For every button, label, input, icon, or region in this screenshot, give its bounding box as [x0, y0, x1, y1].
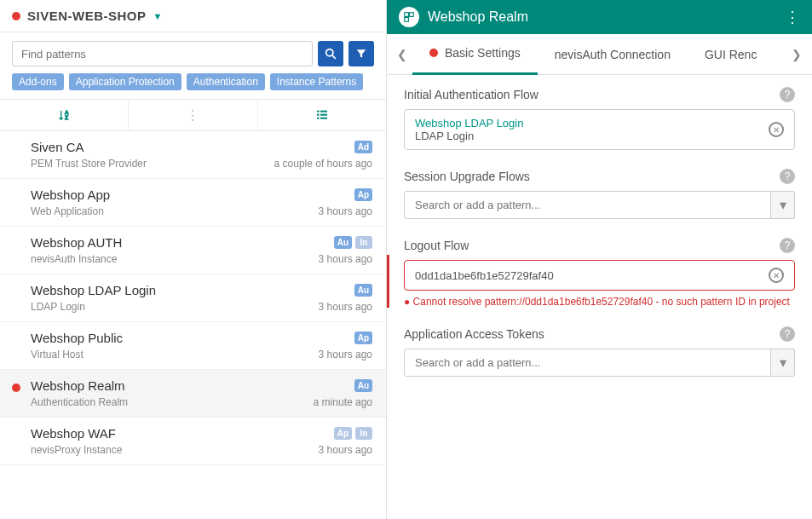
svg-point-0 — [326, 49, 333, 56]
detail-menu-button[interactable]: ⋮ — [785, 8, 800, 26]
session-upgrade-dropdown[interactable]: ▾ — [771, 191, 795, 219]
item-subtitle: Virtual Host — [31, 349, 84, 360]
section-label: Application Access Tokens — [404, 327, 544, 341]
filter-chips: Add-onsApplication ProtectionAuthenticat… — [0, 73, 386, 99]
more-button[interactable]: ⋮ — [128, 100, 256, 130]
tab-label: GUI Renc — [705, 48, 757, 61]
svg-text:A: A — [65, 110, 68, 115]
item-subtitle: Authentication Realm — [31, 396, 128, 408]
access-tokens-input[interactable] — [404, 349, 771, 377]
tab-scroll-right[interactable]: ❯ — [786, 48, 807, 61]
item-title: Webshop WAF — [31, 426, 116, 441]
list-item[interactable]: Webshop RealmAuAuthentication Realma min… — [0, 370, 386, 418]
item-title: Webshop LDAP Login — [31, 283, 156, 297]
type-badge: Ap — [334, 427, 352, 440]
item-time: 3 hours ago — [319, 205, 372, 217]
item-title: Webshop App — [31, 187, 110, 202]
remove-icon[interactable]: ✕ — [769, 268, 784, 283]
svg-rect-12 — [405, 18, 409, 22]
initial-auth-link[interactable]: Webshop LDAP Login — [415, 117, 523, 130]
item-subtitle: LDAP Login — [31, 301, 85, 313]
list-item[interactable]: Siven CAAdPEM Trust Store Providera coup… — [0, 131, 386, 179]
type-badge: In — [355, 236, 372, 249]
item-time: a minute ago — [314, 396, 372, 408]
list-item[interactable]: Webshop LDAP LoginAuLDAP Login3 hours ag… — [0, 274, 386, 322]
type-badge: Au — [354, 284, 372, 297]
type-badge: Au — [334, 236, 352, 249]
tab[interactable]: nevisAuth Connection — [538, 34, 688, 75]
section-label: Initial Authentication Flow — [404, 88, 538, 101]
list-item[interactable]: Webshop PublicApVirtual Host3 hours ago — [0, 322, 386, 370]
type-badge: Ap — [354, 332, 372, 344]
realm-icon — [399, 7, 419, 27]
tab-scroll-left[interactable]: ❮ — [392, 48, 412, 61]
search-button[interactable] — [318, 41, 343, 66]
item-title: Siven CA — [31, 140, 84, 154]
caret-down-icon: ▼ — [153, 11, 163, 21]
project-title: SIVEN-WEB-SHOP — [27, 9, 147, 23]
filter-button[interactable] — [348, 41, 374, 66]
initial-auth-box[interactable]: Webshop LDAP Login LDAP Login ✕ — [404, 109, 795, 150]
list-view-button[interactable] — [257, 100, 386, 130]
item-time: 3 hours ago — [319, 301, 372, 313]
list-item[interactable]: Webshop WAFApInnevisProxy Instance3 hour… — [0, 418, 386, 465]
section-logout: Logout Flow ? 0dd1da1be6fb1e52729faf40 ✕… — [404, 238, 795, 308]
logout-error: Cannot resolve pattern://0dd1da1be6fb1e5… — [404, 296, 795, 308]
detail-header: Webshop Realm ⋮ — [387, 0, 812, 34]
svg-rect-10 — [405, 13, 409, 17]
item-time: 3 hours ago — [319, 253, 372, 265]
filter-chip[interactable]: Authentication — [187, 73, 265, 90]
access-tokens-dropdown[interactable]: ▾ — [771, 349, 795, 377]
session-upgrade-input[interactable] — [404, 191, 771, 219]
list-item[interactable]: Webshop AppApWeb Application3 hours ago — [0, 179, 386, 227]
section-initial-auth: Initial Authentication Flow ? Webshop LD… — [404, 87, 795, 150]
help-icon[interactable]: ? — [780, 238, 795, 253]
item-title: Webshop AUTH — [31, 235, 122, 250]
item-subtitle: nevisProxy Instance — [31, 444, 122, 456]
tab[interactable]: Basic Settings — [412, 34, 538, 75]
type-badge: Au — [354, 379, 372, 392]
item-time: 3 hours ago — [319, 444, 372, 456]
type-badge: In — [355, 427, 372, 440]
section-access-tokens: Application Access Tokens ? ▾ — [404, 326, 795, 377]
svg-rect-7 — [320, 114, 327, 116]
tab-label: Basic Settings — [445, 46, 521, 60]
list-item[interactable]: Webshop AUTHAuInnevisAuth Instance3 hour… — [0, 227, 386, 274]
svg-rect-5 — [320, 111, 327, 112]
initial-auth-sub: LDAP Login — [415, 130, 523, 142]
item-title: Webshop Realm — [31, 378, 125, 393]
filter-chip[interactable]: Instance Patterns — [270, 73, 363, 90]
section-label: Session Upgrade Flows — [404, 170, 530, 183]
sort-button[interactable]: AZ — [0, 100, 128, 130]
pattern-list: Siven CAAdPEM Trust Store Providera coup… — [0, 131, 386, 519]
project-header[interactable]: SIVEN-WEB-SHOP ▼ — [0, 0, 386, 32]
item-subtitle: PEM Trust Store Provider — [31, 158, 147, 170]
svg-line-1 — [332, 55, 336, 59]
section-label: Logout Flow — [404, 239, 469, 252]
tab-label: nevisAuth Connection — [555, 48, 671, 61]
logout-box[interactable]: 0dd1da1be6fb1e52729faf40 ✕ — [404, 260, 795, 291]
svg-rect-4 — [317, 111, 320, 112]
item-title: Webshop Public — [31, 331, 123, 345]
type-badge: Ad — [354, 141, 372, 153]
status-dot-icon — [12, 12, 20, 20]
item-subtitle: nevisAuth Instance — [31, 253, 117, 265]
help-icon[interactable]: ? — [780, 326, 795, 342]
error-dot-icon — [429, 49, 438, 57]
item-time: a couple of hours ago — [274, 158, 372, 170]
type-badge: Ap — [354, 188, 372, 201]
svg-rect-9 — [320, 118, 327, 119]
help-icon[interactable]: ? — [780, 169, 795, 184]
filter-chip[interactable]: Add-ons — [12, 73, 64, 90]
remove-icon[interactable]: ✕ — [769, 122, 784, 137]
help-icon[interactable]: ? — [780, 87, 795, 102]
svg-text:Z: Z — [65, 115, 68, 120]
svg-rect-11 — [410, 13, 414, 17]
tab[interactable]: GUI Renc — [688, 34, 774, 75]
svg-rect-6 — [317, 114, 320, 116]
item-time: 3 hours ago — [319, 349, 372, 360]
search-input[interactable] — [12, 41, 313, 66]
logout-value: 0dd1da1be6fb1e52729faf40 — [415, 269, 554, 282]
detail-title: Webshop Realm — [428, 9, 785, 25]
filter-chip[interactable]: Application Protection — [69, 73, 181, 90]
